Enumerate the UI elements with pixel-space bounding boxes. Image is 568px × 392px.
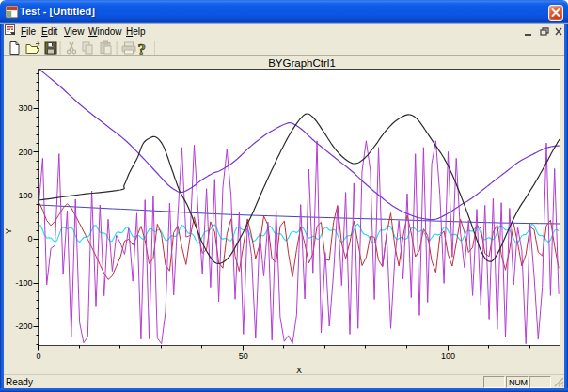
svg-text:-100: -100 [15, 278, 32, 288]
svg-text:0: 0 [36, 352, 40, 361]
svg-text:?: ? [138, 40, 147, 55]
svg-text:300: 300 [18, 103, 32, 113]
svg-text:X: X [296, 366, 302, 375]
svg-text:BYGraphCtrl1: BYGraphCtrl1 [268, 57, 336, 69]
svg-text:Y: Y [4, 228, 13, 234]
svg-text:0: 0 [27, 234, 32, 243]
svg-text:50: 50 [239, 352, 248, 361]
svg-text:-200: -200 [15, 321, 32, 331]
svg-text:100: 100 [441, 352, 455, 361]
svg-text:100: 100 [18, 191, 32, 200]
svg-text:200: 200 [18, 148, 32, 157]
